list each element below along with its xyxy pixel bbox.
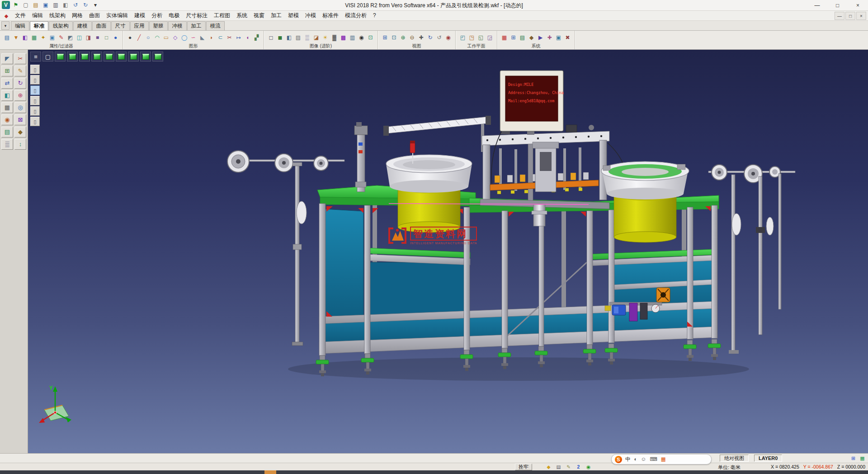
workplane-xz-icon[interactable]: ◳ xyxy=(467,32,476,43)
unlock-icon[interactable]: □ xyxy=(102,32,111,43)
delete-icon[interactable]: ⊠ xyxy=(14,114,26,125)
snap-toggle-icon[interactable]: ▦ xyxy=(859,455,866,462)
printer-status-icon[interactable]: ▤ xyxy=(555,464,562,470)
erase-attributes-icon[interactable]: ◩ xyxy=(66,32,75,43)
restore-button[interactable]: □ xyxy=(827,0,848,11)
offset-icon[interactable]: ⊂ xyxy=(216,32,225,43)
camera-icon[interactable]: ◉ xyxy=(357,32,366,43)
zoom-in-icon[interactable]: ⊕ xyxy=(399,32,407,43)
view-mode-panel[interactable]: 绝对视图 xyxy=(720,455,749,462)
shaded-icon[interactable]: ◼ xyxy=(276,32,284,43)
mdi-close-button[interactable]: × xyxy=(856,12,866,20)
tab[interactable]: 标准 xyxy=(30,21,48,30)
tab[interactable]: 曲面 xyxy=(92,21,111,30)
view-bottom-icon[interactable] xyxy=(128,52,139,62)
3d-viewport[interactable]: ≡▢ ▯▯▯▯▯▯ xyxy=(28,50,868,453)
pattern-icon[interactable]: ▞ xyxy=(252,32,261,43)
menu-item[interactable]: 模流分析 xyxy=(342,11,370,20)
point-icon[interactable]: ● xyxy=(126,32,134,43)
hatch-icon[interactable]: ▒ xyxy=(1,139,13,150)
tab[interactable]: 冲模 xyxy=(168,21,187,30)
rectangle-icon[interactable]: ▭ xyxy=(162,32,170,43)
shaded-edges-icon[interactable]: ◧ xyxy=(285,32,293,43)
zoom-out-icon[interactable]: ⊖ xyxy=(408,32,416,43)
circle-tool-icon[interactable]: ◎ xyxy=(14,102,26,113)
exit-icon[interactable]: ✖ xyxy=(563,32,572,43)
properties-icon[interactable]: ▤ xyxy=(3,32,11,43)
view-left-icon[interactable] xyxy=(91,52,102,62)
grid-snap-icon[interactable]: ⊞ xyxy=(1,66,13,76)
tab[interactable]: 模流 xyxy=(206,21,225,30)
window-layout-icon[interactable]: ▣ xyxy=(554,32,563,43)
menu-item[interactable]: 分析 xyxy=(148,11,165,20)
system-colors-icon[interactable]: ▦ xyxy=(500,32,509,43)
view-axonometric-icon[interactable] xyxy=(140,52,151,62)
menu-item[interactable]: 网格 xyxy=(69,11,86,20)
snapshot-icon[interactable]: ⊡ xyxy=(366,32,375,43)
group-icon[interactable]: ◫ xyxy=(75,32,84,43)
previous-view-icon[interactable]: ↺ xyxy=(435,32,443,43)
extend-icon[interactable]: ↦ xyxy=(234,32,243,43)
zoom-window-icon[interactable]: ⊡ xyxy=(390,32,398,43)
ime-mode-icon[interactable]: 中 xyxy=(625,455,631,464)
trim-tool-icon[interactable]: ✂ xyxy=(14,53,26,64)
ungroup-icon[interactable]: ◨ xyxy=(84,32,93,43)
polygon-icon[interactable]: ◇ xyxy=(171,32,179,43)
grid-toggle-icon[interactable]: ⊞ xyxy=(849,455,857,462)
notes-icon[interactable]: ▯ xyxy=(30,75,40,85)
menu-item[interactable]: 工程图 xyxy=(211,11,233,20)
mdi-minimize-button[interactable]: — xyxy=(835,12,844,20)
trim-icon[interactable]: ✂ xyxy=(225,32,234,43)
count-badge[interactable]: 2 xyxy=(575,464,582,470)
measure-icon[interactable]: ↕ xyxy=(14,139,26,150)
halfwidth-icon[interactable]: ◐ xyxy=(634,455,637,464)
zoom-fit-icon[interactable]: ⊞ xyxy=(381,32,389,43)
preferences-icon[interactable]: ◆ xyxy=(527,32,536,43)
pan-icon[interactable]: ✚ xyxy=(417,32,425,43)
close-button[interactable]: × xyxy=(848,0,868,11)
spline-icon[interactable]: ∽ xyxy=(189,32,198,43)
wireframe-icon[interactable]: ◻ xyxy=(267,32,275,43)
clipboard-icon[interactable]: ▯ xyxy=(30,65,40,74)
hidden-line-icon[interactable]: ▨ xyxy=(294,32,302,43)
type-filter-icon[interactable]: ✦ xyxy=(39,32,47,43)
rotate-view-icon[interactable]: ↻ xyxy=(426,32,434,43)
view-back-icon[interactable] xyxy=(79,52,90,62)
dynamic-view-icon[interactable]: ◉ xyxy=(444,32,453,43)
plane-custom-icon[interactable]: ▯ xyxy=(30,117,40,126)
shadow-icon[interactable]: ▓ xyxy=(330,32,339,43)
rotate-icon[interactable]: ↻ xyxy=(14,78,26,89)
layer-panel[interactable]: LAYER0 xyxy=(754,455,782,462)
background-icon[interactable]: ▥ xyxy=(348,32,357,43)
menu-item[interactable]: 系统 xyxy=(233,11,250,20)
circle-icon[interactable]: ○ xyxy=(144,32,152,43)
mirror-tool-icon[interactable]: ◧ xyxy=(1,90,13,101)
menu-item[interactable]: 冲模 xyxy=(302,11,319,20)
line-icon[interactable]: ╱ xyxy=(135,32,143,43)
menu-item[interactable]: 编辑 xyxy=(29,11,46,20)
plane-xz-icon[interactable]: ▯ xyxy=(30,96,40,105)
tab[interactable]: 尺寸 xyxy=(111,21,130,30)
menu-item[interactable]: 线架构 xyxy=(46,11,69,20)
filter-icon[interactable]: ▼ xyxy=(12,32,20,43)
chamfer-icon[interactable]: ◣ xyxy=(198,32,207,43)
tab[interactable]: 线架构 xyxy=(49,21,73,30)
tab-dropdown-icon[interactable]: ▾ xyxy=(1,21,9,30)
menu-item[interactable]: 尺寸标注 xyxy=(183,11,211,20)
menu-item[interactable]: 文件 xyxy=(12,11,29,20)
sogou-logo-icon[interactable]: S xyxy=(615,456,622,463)
tab[interactable]: 加工 xyxy=(187,21,206,30)
tab[interactable]: 编辑 xyxy=(11,21,29,30)
workplane-xy-icon[interactable]: ◰ xyxy=(458,32,467,43)
workplane-yz-icon[interactable]: ◱ xyxy=(476,32,485,43)
ellipse-icon[interactable]: ◯ xyxy=(180,32,189,43)
render-mode-icon[interactable]: ▢ xyxy=(42,52,53,62)
transparency-icon[interactable]: ▒ xyxy=(303,32,311,43)
plugin-icon[interactable]: ✚ xyxy=(545,32,554,43)
texture-icon[interactable]: ▩ xyxy=(339,32,348,43)
keyboard-icon[interactable]: ⌨ xyxy=(650,455,657,464)
edit-note-icon[interactable]: ✎ xyxy=(565,464,572,470)
minimize-button[interactable]: — xyxy=(807,0,827,11)
menu-item[interactable]: 标准件 xyxy=(319,11,342,20)
menu-item[interactable]: 建模 xyxy=(131,11,148,20)
